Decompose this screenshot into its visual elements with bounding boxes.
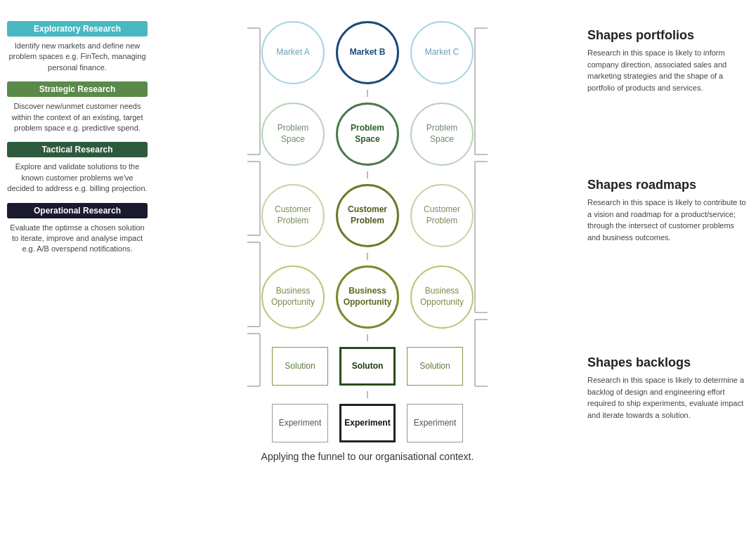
problem-space-right-circle: Problem Space — [410, 103, 474, 166]
research-block-exploratory: Exploratory Research Identify new market… — [7, 21, 148, 73]
customer-problem-left-circle: Customer Problem — [261, 184, 325, 247]
operational-label: Operational Research — [7, 203, 148, 218]
research-block-tactical: Tactical Research Explore and validate s… — [7, 142, 148, 194]
market-c-circle: Market C — [410, 21, 474, 84]
research-block-operational: Operational Research Evaluate the optims… — [7, 203, 148, 255]
problem-space-row: Problem Space Problem Space Problem Spac… — [261, 103, 474, 166]
diagram-brackets-wrapper: Market A Market B Market C Problem Space… — [240, 14, 495, 442]
shapes-backlogs-block: Shapes backlogs Research in this space i… — [587, 355, 749, 421]
market-a-circle: Market A — [261, 21, 325, 84]
shapes-backlogs-title: Shapes backlogs — [587, 355, 749, 370]
right-panel: Shapes portfolios Research in this space… — [587, 14, 749, 435]
connector-1 — [367, 90, 368, 97]
page: Exploratory Research Identify new market… — [0, 0, 756, 552]
connector-3 — [367, 253, 368, 260]
exploratory-desc: Identify new markets and define new prob… — [7, 41, 148, 73]
left-sidebar: Exploratory Research Identify new market… — [7, 14, 148, 263]
exploratory-label: Exploratory Research — [7, 21, 148, 37]
shapes-portfolios-desc: Research in this space is likely to info… — [587, 47, 749, 93]
right-bracket-svg — [474, 21, 495, 400]
caption: Applying the funnel to our organisationa… — [261, 451, 474, 468]
shapes-portfolios-block: Shapes portfolios Research in this space… — [587, 28, 749, 93]
tactical-label: Tactical Research — [7, 142, 148, 157]
research-block-strategic: Strategic Research Discover new/unmet cu… — [7, 81, 148, 133]
customer-problem-right-circle: Customer Problem — [410, 184, 474, 247]
center-diagram: Market A Market B Market C Problem Space… — [148, 14, 587, 468]
problem-space-left-circle: Problem Space — [261, 103, 325, 166]
customer-problem-row: Customer Problem Customer Problem Custom… — [261, 184, 474, 247]
left-bracket-svg — [240, 21, 261, 400]
solution-right-square: Solution — [407, 347, 463, 386]
experiment-left-square: Experiment — [272, 404, 328, 442]
strategic-label: Strategic Research — [7, 81, 148, 97]
shapes-portfolios-title: Shapes portfolios — [587, 28, 749, 43]
shapes-roadmaps-desc: Research in this space is likely to cont… — [587, 197, 749, 243]
experiment-row: Experiment Experiment Experiment — [272, 404, 463, 442]
market-row: Market A Market B Market C — [261, 21, 474, 84]
shapes-backlogs-desc: Research in this space is likely to dete… — [587, 374, 749, 421]
opportunity-center-circle: Business Opportunity — [336, 265, 399, 329]
connector-5 — [367, 391, 368, 398]
customer-problem-center-circle: Customer Problem — [336, 184, 399, 247]
solution-row: Solution Soluton Solution — [272, 347, 463, 386]
diagram-grid: Market A Market B Market C Problem Space… — [261, 14, 474, 442]
solution-left-square: Solution — [272, 347, 328, 386]
opportunity-right-circle: Business Opportunity — [410, 265, 474, 329]
main-content: Exploratory Research Identify new market… — [7, 14, 749, 545]
business-opportunity-row: Business Opportunity Business Opportunit… — [261, 265, 474, 329]
market-b-circle: Market B — [336, 21, 399, 84]
connector-2 — [367, 171, 368, 178]
experiment-right-square: Experiment — [407, 404, 463, 442]
tactical-desc: Explore and validate solutions to the kn… — [7, 162, 148, 194]
connector-4 — [367, 334, 368, 341]
shapes-roadmaps-block: Shapes roadmaps Research in this space i… — [587, 178, 749, 243]
experiment-center-square: Experiment — [339, 404, 396, 442]
problem-space-center-circle: Problem Space — [336, 103, 399, 166]
shapes-roadmaps-title: Shapes roadmaps — [587, 178, 749, 192]
opportunity-left-circle: Business Opportunity — [261, 265, 325, 329]
operational-desc: Evaluate the optimse a chosen solution t… — [7, 223, 148, 255]
solution-center-square: Soluton — [339, 347, 396, 386]
strategic-desc: Discover new/unmet customer needs within… — [7, 101, 148, 133]
